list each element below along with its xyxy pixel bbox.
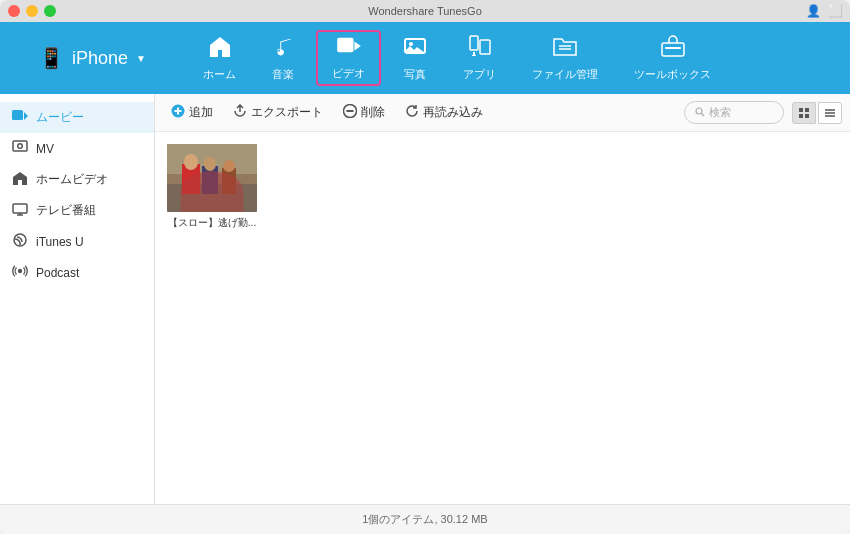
sidebar-label-tv: テレビ番組 [36, 202, 96, 219]
nav-tab-filemanager[interactable]: ファイル管理 [514, 22, 616, 94]
nav-tab-video-label: ビデオ [332, 66, 365, 81]
export-button[interactable]: エクスポート [225, 100, 331, 125]
toolbox-icon [661, 35, 685, 63]
view-toggle [792, 102, 842, 124]
title-bar: Wondershare TunesGo 👤 ⬜ [0, 0, 850, 22]
delete-label: 削除 [361, 104, 385, 121]
minimize-button[interactable] [26, 5, 38, 17]
nav-tab-music-label: 音楽 [272, 67, 294, 82]
device-name: iPhone [72, 48, 128, 69]
sidebar-item-tv[interactable]: テレビ番組 [0, 195, 154, 226]
nav-tabs: ホーム 音楽 ビデオ [185, 22, 850, 94]
movies-icon [12, 109, 28, 126]
status-bar: 1個のアイテム, 30.12 MB [0, 504, 850, 534]
apps-icon [469, 35, 491, 63]
search-area: 検索 [684, 101, 842, 124]
iphone-icon: 📱 [39, 46, 64, 70]
video-thumbnail [167, 144, 257, 212]
podcast-icon [12, 264, 28, 281]
add-icon [171, 104, 185, 121]
nav-tab-photos-label: 写真 [404, 67, 426, 82]
sidebar-item-homevideo[interactable]: ホームビデオ [0, 164, 154, 195]
video-item-label: 【スロー】逃げ勤... [168, 216, 256, 230]
svg-rect-29 [799, 108, 803, 112]
tv-icon [12, 202, 28, 219]
sidebar-toggle-icon[interactable]: ⬜ [828, 4, 842, 18]
add-button[interactable]: 追加 [163, 100, 221, 125]
music-icon [272, 35, 294, 63]
device-dropdown-icon[interactable]: ▼ [136, 53, 146, 64]
home-icon [208, 35, 232, 63]
sidebar-item-itunes[interactable]: iTunes U [0, 226, 154, 257]
filemanager-icon [552, 35, 578, 63]
svg-rect-7 [480, 40, 490, 54]
nav-tab-apps[interactable]: アプリ [445, 22, 514, 94]
svg-rect-10 [662, 43, 684, 56]
svg-rect-12 [12, 110, 23, 120]
svg-rect-0 [337, 37, 353, 52]
svg-rect-4 [470, 36, 478, 50]
video-grid: 【スロー】逃げ勤... [155, 132, 850, 504]
export-icon [233, 104, 247, 121]
svg-marker-13 [24, 112, 28, 120]
svg-rect-32 [805, 114, 809, 118]
close-button[interactable] [8, 5, 20, 17]
search-icon [695, 107, 705, 119]
traffic-lights [8, 5, 56, 17]
nav-tab-music[interactable]: 音楽 [254, 22, 312, 94]
device-section[interactable]: 📱 iPhone ▼ [0, 46, 185, 70]
maximize-button[interactable] [44, 5, 56, 17]
homevideo-icon [12, 171, 28, 188]
delete-icon [343, 104, 357, 121]
svg-rect-31 [799, 114, 803, 118]
nav-tab-toolbox[interactable]: ツールボックス [616, 22, 729, 94]
svg-point-21 [18, 269, 22, 273]
sidebar-label-homevideo: ホームビデオ [36, 171, 108, 188]
status-text: 1個のアイテム, 30.12 MB [362, 512, 487, 527]
svg-rect-45 [167, 144, 257, 212]
video-item[interactable]: 【スロー】逃げ勤... [167, 144, 257, 230]
mv-icon [12, 140, 28, 157]
nav-tab-home-label: ホーム [203, 67, 236, 82]
sidebar-item-podcast[interactable]: Podcast [0, 257, 154, 288]
search-box[interactable]: 検索 [684, 101, 784, 124]
reload-label: 再読み込み [423, 104, 483, 121]
sidebar-item-mv[interactable]: MV [0, 133, 154, 164]
sidebar-item-movies[interactable]: ムービー [0, 102, 154, 133]
add-label: 追加 [189, 104, 213, 121]
delete-button[interactable]: 削除 [335, 100, 393, 125]
svg-line-28 [702, 113, 705, 116]
reload-icon [405, 104, 419, 121]
svg-rect-30 [805, 108, 809, 112]
video-icon [336, 36, 362, 62]
sidebar-label-itunes: iTunes U [36, 235, 84, 249]
grid-view-button[interactable] [792, 102, 816, 124]
header: 📱 iPhone ▼ ホーム 音楽 [0, 22, 850, 94]
nav-tab-filemanager-label: ファイル管理 [532, 67, 598, 82]
search-placeholder: 検索 [709, 105, 731, 120]
content-area: 追加 エクスポート 削除 [155, 94, 850, 504]
svg-point-27 [696, 108, 702, 114]
photos-icon [403, 35, 427, 63]
nav-tab-video[interactable]: ビデオ [316, 30, 381, 86]
svg-rect-17 [13, 204, 27, 213]
svg-point-16 [19, 145, 22, 148]
list-view-button[interactable] [818, 102, 842, 124]
export-label: エクスポート [251, 104, 323, 121]
user-icon[interactable]: 👤 [806, 4, 820, 18]
nav-tab-toolbox-label: ツールボックス [634, 67, 711, 82]
svg-rect-5 [473, 52, 475, 55]
nav-tab-home[interactable]: ホーム [185, 22, 254, 94]
reload-button[interactable]: 再読み込み [397, 100, 491, 125]
svg-marker-1 [354, 41, 360, 50]
svg-rect-6 [472, 55, 476, 56]
title-bar-icons: 👤 ⬜ [806, 4, 842, 18]
window-title: Wondershare TunesGo [368, 5, 482, 17]
sidebar-label-movies: ムービー [36, 109, 84, 126]
nav-tab-photos[interactable]: 写真 [385, 22, 445, 94]
itunes-icon [12, 233, 28, 250]
main-area: ムービー MV ホームビデオ [0, 94, 850, 504]
toolbar: 追加 エクスポート 削除 [155, 94, 850, 132]
sidebar-label-mv: MV [36, 142, 54, 156]
svg-rect-11 [665, 47, 681, 49]
